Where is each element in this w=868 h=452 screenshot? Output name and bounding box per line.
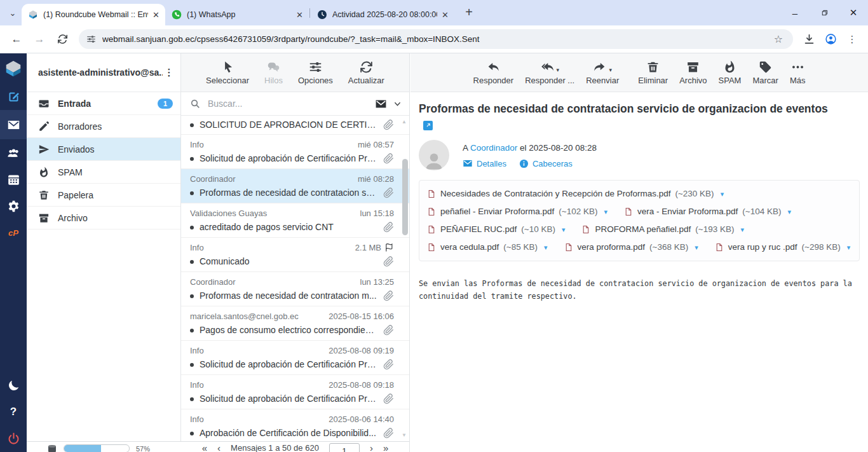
- forward-button[interactable]: ▾ Reenviar: [586, 60, 619, 85]
- message-row[interactable]: SOLICITUD DE APROBACION DE CERTIFICA...: [181, 116, 409, 135]
- first-page-button[interactable]: «: [202, 443, 207, 452]
- rail-item-mail[interactable]: [0, 110, 27, 139]
- downloads-button[interactable]: [798, 29, 820, 50]
- dropdown-caret-icon[interactable]: ▾: [556, 67, 559, 73]
- attachment-item[interactable]: Necesidades de Contratación y Recepción …: [427, 185, 724, 203]
- search-input[interactable]: [207, 98, 369, 109]
- folder-enviados[interactable]: Enviados: [27, 138, 180, 161]
- attachment-menu-caret[interactable]: ▾: [695, 238, 698, 256]
- last-page-button[interactable]: »: [383, 443, 388, 452]
- tab-whatsapp[interactable]: (1) WhatsApp ✕: [165, 4, 309, 25]
- reply-button[interactable]: Responder: [473, 60, 514, 85]
- reply-all-button[interactable]: ▾ Responder ...: [525, 60, 574, 85]
- search-scope-envelope-icon[interactable]: [375, 98, 387, 110]
- attachment-menu-caret[interactable]: ▾: [721, 185, 724, 203]
- attachment-menu-caret[interactable]: ▾: [544, 238, 548, 256]
- close-window-button[interactable]: ✕: [839, 0, 868, 25]
- folder-spam[interactable]: SPAM: [27, 161, 180, 184]
- attachment-name[interactable]: vera - Enviar Proforma.pdf: [637, 203, 738, 221]
- folder-archivo[interactable]: Archivo: [27, 207, 180, 229]
- rail-item-calendar[interactable]: [0, 166, 27, 193]
- attachment-menu-caret[interactable]: ▾: [847, 238, 851, 256]
- next-page-button[interactable]: ›: [370, 443, 373, 452]
- attachment-item[interactable]: vera proforma.pdf(~368 KB)▾: [564, 238, 698, 256]
- threads-button[interactable]: Hilos: [264, 60, 283, 85]
- compose-button[interactable]: [0, 83, 27, 110]
- archive-button[interactable]: Archivo: [679, 60, 707, 85]
- open-in-new-window-icon[interactable]: [423, 121, 433, 130]
- page-number-input[interactable]: [329, 443, 360, 452]
- scroll-down-arrow[interactable]: ▼: [402, 432, 407, 438]
- attachment-menu-caret[interactable]: ▾: [788, 203, 792, 221]
- tab-close-icon[interactable]: ✕: [440, 10, 451, 20]
- profile-button[interactable]: [820, 29, 841, 50]
- message-row[interactable]: Info2025-08-08 09:18 Solicitud de aproba…: [181, 375, 409, 409]
- tab-actividad[interactable]: Actividad 2025-08-20 08:00:00 ✕: [311, 4, 454, 25]
- options-button[interactable]: Opciones: [298, 60, 333, 85]
- rail-item-contacts[interactable]: [0, 139, 27, 166]
- tab-roundcube[interactable]: (1) Roundcube Webmail :: Envia ✕: [22, 4, 165, 25]
- attachment-name[interactable]: PROFORMA peñafiel.pdf: [595, 221, 691, 238]
- spam-button[interactable]: SPAM: [719, 60, 742, 85]
- attachment-name[interactable]: vera rup y ruc .pdf: [728, 238, 797, 256]
- attachment-menu-caret[interactable]: ▾: [740, 221, 744, 238]
- folder-borradores[interactable]: Borradores: [27, 115, 180, 138]
- attachment-name[interactable]: PEÑAFIEL RUC.pdf: [440, 221, 517, 238]
- scroll-up-arrow[interactable]: ▲: [402, 119, 407, 125]
- tab-close-icon[interactable]: ✕: [294, 10, 305, 20]
- attachment-menu-caret[interactable]: ▾: [562, 221, 566, 238]
- restore-button[interactable]: [810, 0, 839, 25]
- headers-link[interactable]: Cabeceras: [519, 159, 573, 168]
- select-button[interactable]: Seleccionar: [206, 60, 249, 85]
- refresh-button[interactable]: Actualizar: [348, 60, 384, 85]
- message-row[interactable]: Infomié 08:57 Solicitud de aprobación de…: [181, 135, 409, 169]
- message-row[interactable]: maricela.santos@cnel.gob.ec2025-08-15 16…: [181, 306, 409, 341]
- delete-button[interactable]: Eliminar: [638, 60, 668, 85]
- message-row[interactable]: Info2025-08-06 14:40 Aprobación de Certi…: [181, 409, 409, 441]
- message-row[interactable]: Validaciones Guayaslun 15:18 acreditado …: [181, 203, 409, 238]
- rail-item-settings[interactable]: [0, 193, 27, 219]
- attachment-name[interactable]: peñafiel - Enviar Proforma.pdf: [440, 203, 554, 221]
- back-button[interactable]: ←: [7, 30, 26, 49]
- recipient-link[interactable]: Coordinador: [470, 143, 517, 153]
- attachment-item[interactable]: peñafiel - Enviar Proforma.pdf(~102 KB)▾: [427, 203, 607, 221]
- address-bar[interactable]: webmail.sanjuan.gob.ec/cpsess6426731059/…: [79, 29, 793, 49]
- rail-item-cpanel[interactable]: cP: [0, 219, 27, 246]
- details-link[interactable]: Detalles: [463, 158, 506, 168]
- more-button[interactable]: Más: [790, 60, 806, 85]
- message-row[interactable]: Coordinadorlun 13:25 Proformas de necesi…: [181, 272, 409, 306]
- minimize-button[interactable]: –: [780, 0, 810, 25]
- attachment-item[interactable]: vera cedula.pdf(~85 KB)▾: [427, 238, 548, 256]
- forward-button[interactable]: →: [30, 30, 49, 49]
- message-row[interactable]: Info2.1 MB Comunicado: [181, 238, 409, 272]
- message-row-selected[interactable]: Coordinadormié 08:28 Proformas de necesi…: [181, 169, 409, 203]
- attachment-item[interactable]: PROFORMA peñafiel.pdf(~193 KB)▾: [581, 221, 744, 238]
- tab-close-icon[interactable]: ✕: [151, 10, 161, 20]
- attachment-name[interactable]: vera cedula.pdf: [440, 238, 499, 256]
- attachment-name[interactable]: vera proforma.pdf: [578, 238, 646, 256]
- new-tab-button[interactable]: +: [461, 4, 477, 20]
- folder-entrada[interactable]: Entrada 1: [27, 92, 180, 115]
- help-button[interactable]: ?: [0, 399, 27, 425]
- attachment-menu-caret[interactable]: ▾: [604, 203, 608, 221]
- attachment-item[interactable]: PEÑAFIEL RUC.pdf(~10 KB)▾: [427, 221, 565, 238]
- message-row[interactable]: Info2025-08-08 09:19 Solicitud de aproba…: [181, 341, 409, 375]
- dark-mode-button[interactable]: [0, 372, 27, 399]
- attachment-item[interactable]: vera rup y ruc .pdf(~298 KB)▾: [715, 238, 851, 256]
- tab-search-icon[interactable]: ⌄: [5, 5, 20, 20]
- prev-page-button[interactable]: ‹: [217, 443, 220, 452]
- reload-button[interactable]: [53, 30, 72, 49]
- site-info-icon[interactable]: [86, 34, 96, 44]
- folder-papelera[interactable]: Papelera: [27, 184, 180, 207]
- mark-button[interactable]: Marcar: [752, 60, 778, 85]
- search-options-chevron-icon[interactable]: [393, 100, 402, 108]
- bookmark-star-icon[interactable]: ☆: [774, 33, 783, 45]
- attachment-name[interactable]: Necesidades de Contratación y Recepción …: [440, 185, 670, 203]
- dropdown-caret-icon[interactable]: ▾: [609, 67, 612, 73]
- logout-button[interactable]: [0, 425, 27, 452]
- url-text[interactable]: webmail.sanjuan.gob.ec/cpsess6426731059/…: [102, 34, 771, 44]
- attachment-item[interactable]: vera - Enviar Proforma.pdf(~104 KB)▾: [624, 203, 791, 221]
- browser-menu-button[interactable]: ⋮: [841, 29, 863, 50]
- account-menu-button[interactable]: ⋮: [163, 67, 175, 78]
- scrollbar-thumb[interactable]: [402, 159, 408, 235]
